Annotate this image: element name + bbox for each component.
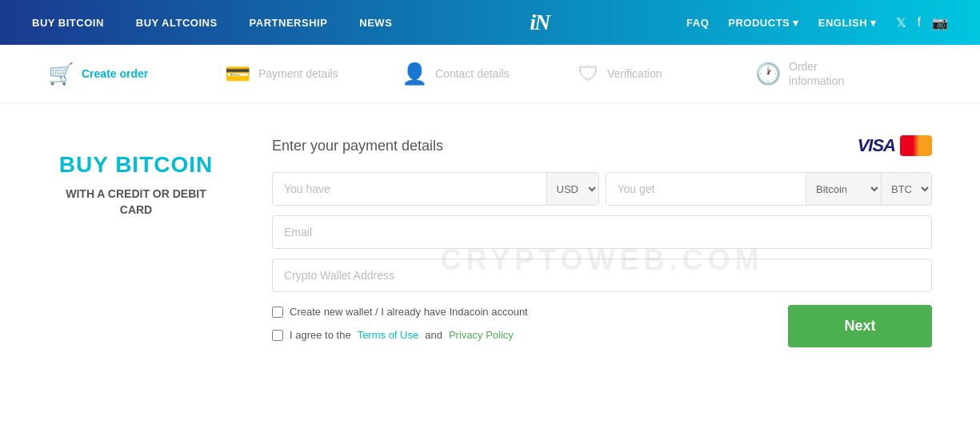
step-order-info[interactable]: 🕐 Orderinformation: [755, 59, 932, 88]
you-have-group: USD EUR GBP: [272, 172, 599, 206]
navbar: BUY BITCOIN BUY ALTCOINS PARTNERSHIP NEW…: [0, 0, 980, 45]
exchange-row: USD EUR GBP Bitcoin Ethereum Litecoin BT…: [272, 172, 932, 206]
crypto-select[interactable]: Bitcoin Ethereum Litecoin: [806, 173, 881, 205]
privacy-policy-link[interactable]: Privacy Policy: [449, 329, 514, 341]
instagram-icon[interactable]: 📷: [932, 15, 948, 30]
you-get-input[interactable]: [606, 173, 806, 205]
nav-faq[interactable]: FAQ: [686, 17, 709, 29]
nav-partnership[interactable]: PARTNERSHIP: [250, 17, 328, 29]
payment-header: Enter your payment details VISA: [272, 135, 932, 156]
nav-left: BUY BITCOIN BUY ALTCOINS PARTNERSHIP NEW…: [32, 17, 392, 29]
terms-of-use-link[interactable]: Terms of Use: [358, 329, 419, 341]
visa-logo: VISA: [858, 135, 895, 156]
form-area: CRYPTOWEB.COM USD EUR GBP Bitcoin Ethere…: [272, 172, 932, 347]
right-panel: Enter your payment details VISA CRYPTOWE…: [272, 135, 932, 347]
step-label-payment: Payment details: [258, 66, 338, 81]
nav-right: FAQ PRODUCTS ▾ ENGLISH ▾ 𝕏 f 📷: [686, 15, 948, 30]
buy-bitcoin-title: BUY BITCOIN: [48, 151, 224, 178]
checkboxes: Create new wallet / I already have Indac…: [272, 306, 528, 347]
you-get-group: Bitcoin Ethereum Litecoin BTC ETH LTC: [606, 172, 933, 206]
nav-language[interactable]: ENGLISH ▾: [818, 17, 877, 29]
step-payment-details[interactable]: 💳 Payment details: [225, 62, 402, 86]
social-icons: 𝕏 f 📷: [896, 15, 948, 30]
crypto-code-select[interactable]: BTC ETH LTC: [881, 173, 931, 205]
checkbox-terms-row: I agree to the Terms of Use and Privacy …: [272, 329, 528, 341]
create-wallet-checkbox[interactable]: [272, 307, 283, 318]
buy-bitcoin-subtitle: WITH A CREDIT OR DEBITCARD: [48, 186, 224, 218]
step-contact-details[interactable]: 👤 Contact details: [402, 62, 578, 86]
step-label-order-info: Orderinformation: [789, 59, 844, 88]
nav-news[interactable]: NEWS: [359, 17, 392, 29]
email-input[interactable]: [272, 215, 932, 249]
checkbox-wallet-row: Create new wallet / I already have Indac…: [272, 306, 528, 318]
nav-buy-altcoins[interactable]: BUY ALTCOINS: [136, 17, 218, 29]
next-button[interactable]: Next: [788, 305, 932, 347]
person-icon: 👤: [402, 62, 427, 86]
nav-products[interactable]: PRODUCTS ▾: [728, 17, 798, 29]
you-have-input[interactable]: [273, 173, 546, 205]
step-label-verification: Verification: [607, 66, 662, 81]
step-verification[interactable]: 🛡 Verification: [578, 62, 755, 86]
bottom-row: Create new wallet / I already have Indac…: [272, 305, 932, 347]
payment-section-title: Enter your payment details: [272, 138, 443, 154]
agree-terms-checkbox[interactable]: [272, 330, 283, 341]
nav-buy-bitcoin[interactable]: BUY BITCOIN: [32, 17, 104, 29]
card-logos: VISA: [858, 135, 932, 156]
agree-terms-prefix: I agree to the: [290, 329, 351, 341]
cart-icon: 🛒: [48, 62, 74, 86]
main-content: BUY BITCOIN WITH A CREDIT OR DEBITCARD E…: [0, 103, 980, 379]
card-icon: 💳: [225, 62, 250, 86]
step-label-create-order: Create order: [82, 66, 148, 81]
twitter-icon[interactable]: 𝕏: [896, 15, 906, 30]
step-create-order[interactable]: 🛒 Create order: [48, 62, 225, 86]
wallet-input[interactable]: [272, 259, 932, 292]
logo[interactable]: iN: [530, 10, 549, 35]
step-label-contact: Contact details: [435, 66, 510, 81]
facebook-icon[interactable]: f: [918, 15, 921, 30]
mastercard-logo: [900, 135, 932, 156]
left-panel: BUY BITCOIN WITH A CREDIT OR DEBITCARD: [48, 135, 224, 218]
currency-select[interactable]: USD EUR GBP: [546, 173, 598, 205]
and-text: and: [425, 329, 442, 341]
shield-icon: 🛡: [578, 62, 599, 86]
create-wallet-label: Create new wallet / I already have Indac…: [290, 306, 528, 318]
clock-icon: 🕐: [755, 62, 781, 86]
steps-bar: 🛒 Create order 💳 Payment details 👤 Conta…: [0, 45, 980, 103]
